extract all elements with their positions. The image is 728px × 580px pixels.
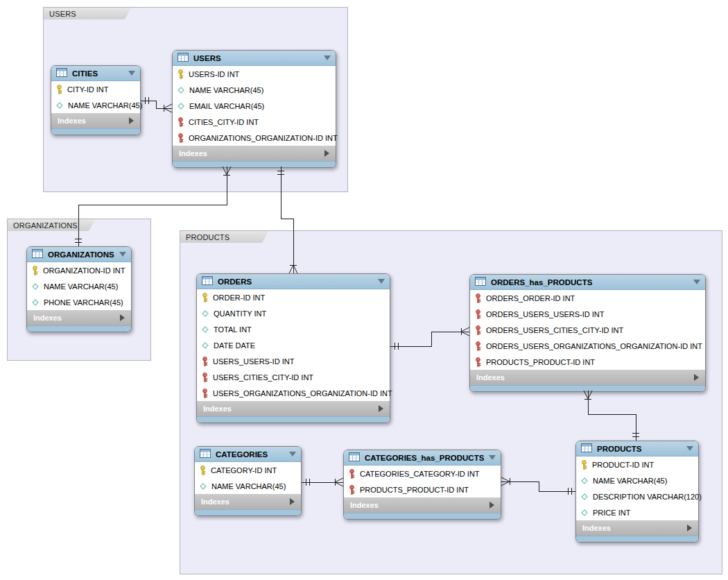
column-label: PRODUCTS_PRODUCT-ID INT [486, 358, 595, 366]
table-icon [32, 248, 43, 261]
column-label: EMAIL VARCHAR(45) [189, 102, 264, 110]
foreign-key-icon [475, 309, 481, 319]
table-icon [202, 275, 213, 288]
indexes-expand-icon[interactable] [324, 150, 329, 157]
group-label: ORGANIZATIONS [13, 221, 78, 230]
indexes-bar-users[interactable]: Indexes [173, 146, 336, 161]
table-orders[interactable]: ORDERSORDER-ID INTQUANTITY INTTOTAL INTD… [196, 273, 390, 423]
column-row-orders_has_products-1: ORDERS_USERS_USERS-ID INT [470, 306, 705, 322]
foreign-key-icon [202, 389, 208, 398]
column-label: DESCRIPTION VARCHAR(120) [593, 493, 702, 501]
column-row-orders-2: TOTAL INT [197, 321, 390, 337]
table-products[interactable]: PRODUCTSPRODUCT-ID INTNAME VARCHAR(45)DE… [575, 441, 699, 543]
column-row-orders-3: DATE DATE [197, 337, 390, 353]
table-header-categories[interactable]: CATEGORIES [195, 447, 301, 462]
table-header-categories_has_products[interactable]: CATEGORIES_has_PRODUCTS [344, 450, 501, 466]
indexes-label: Indexes [582, 524, 611, 532]
indexes-expand-icon[interactable] [290, 498, 295, 505]
collapse-arrow-icon[interactable] [289, 452, 296, 457]
indexes-bar-orders[interactable]: Indexes [197, 401, 390, 416]
collapse-arrow-icon[interactable] [489, 455, 496, 460]
table-header-orders[interactable]: ORDERS [197, 274, 390, 289]
organizations-group-tab[interactable]: ORGANIZATIONS [7, 219, 96, 231]
indexes-expand-icon[interactable] [120, 314, 125, 321]
column-row-users-2: EMAIL VARCHAR(45) [173, 98, 336, 114]
column-label: TOTAL INT [214, 325, 252, 334]
table-title: USERS [193, 54, 319, 62]
column-label: PRICE INT [593, 509, 630, 517]
table-categories_has_products[interactable]: CATEGORIES_has_PRODUCTSCATEGORIES_CATEGO… [343, 450, 501, 520]
table-header-products[interactable]: PRODUCTS [576, 441, 698, 457]
column-row-orders_has_products-4: PRODUCTS_PRODUCT-ID INT [470, 354, 705, 370]
column-row-orders-1: QUANTITY INT [197, 305, 390, 321]
attribute-diamond-icon [202, 310, 209, 317]
column-label: QUANTITY INT [214, 309, 266, 318]
foreign-key-icon [349, 485, 355, 495]
indexes-expand-icon[interactable] [379, 405, 383, 412]
column-row-users-0: USERS-ID INT [173, 66, 336, 82]
table-title: ORGANIZATIONS [48, 250, 114, 259]
table-title: CITIES [72, 69, 123, 78]
table-header-orders_has_products[interactable]: ORDERS_has_PRODUCTS [470, 275, 705, 290]
column-label: NAME VARCHAR(45) [44, 282, 118, 291]
column-label: ORDER-ID INT [213, 293, 265, 302]
column-row-categories-0: CATEGORY-ID INT [195, 462, 301, 478]
table-users[interactable]: USERSUSERS-ID INTNAME VARCHAR(45)EMAIL V… [172, 50, 336, 168]
users-group-tab[interactable]: USERS [43, 7, 132, 19]
eer-diagram-canvas[interactable]: USERSORGANIZATIONSPRODUCTSCITIESCITY-ID … [0, 0, 728, 580]
table-footer-bar [470, 385, 705, 391]
table-header-organizations[interactable]: ORGANIZATIONS [27, 247, 131, 262]
column-label: ORDERS_ORDER-ID INT [486, 294, 575, 302]
column-label: ORGANIZATIONS_ORGANIZATION-ID INT [189, 134, 338, 142]
table-footer-bar [173, 161, 336, 167]
primary-key-icon [177, 69, 184, 79]
collapse-arrow-icon[interactable] [693, 280, 700, 284]
primary-key-icon [32, 266, 38, 275]
table-cities[interactable]: CITIESCITY-ID INTNAME VARCHAR(45)Indexes [51, 65, 141, 135]
column-label: NAME VARCHAR(45) [68, 101, 142, 110]
column-label: ORGANIZATION-ID INT [43, 266, 125, 275]
attribute-diamond-icon [32, 283, 39, 290]
collapse-arrow-icon[interactable] [119, 252, 126, 257]
indexes-bar-orders_has_products[interactable]: Indexes [470, 370, 705, 385]
collapse-arrow-icon[interactable] [324, 56, 331, 60]
foreign-key-icon [475, 357, 481, 367]
collapse-arrow-icon[interactable] [128, 71, 135, 76]
indexes-label: Indexes [33, 314, 62, 322]
indexes-bar-cities[interactable]: Indexes [51, 113, 140, 128]
column-row-products-0: PRODUCT-ID INT [576, 457, 698, 472]
table-header-users[interactable]: USERS [173, 51, 336, 66]
table-icon [200, 448, 211, 461]
indexes-bar-products[interactable]: Indexes [576, 520, 698, 536]
indexes-label: Indexes [179, 149, 207, 157]
table-header-cities[interactable]: CITIES [51, 66, 140, 81]
table-title: PRODUCTS [597, 445, 682, 453]
column-row-users-4: ORGANIZATIONS_ORGANIZATION-ID INT [173, 130, 336, 146]
foreign-key-icon [177, 133, 184, 143]
collapse-arrow-icon[interactable] [686, 446, 693, 451]
group-label: USERS [49, 10, 76, 18]
indexes-expand-icon[interactable] [489, 502, 494, 509]
indexes-bar-categories[interactable]: Indexes [195, 494, 301, 509]
indexes-bar-organizations[interactable]: Indexes [27, 310, 131, 325]
column-row-cities-1: NAME VARCHAR(45) [51, 97, 140, 113]
indexes-expand-icon[interactable] [694, 374, 699, 381]
foreign-key-icon [349, 469, 355, 479]
table-footer-bar [344, 513, 501, 519]
indexes-expand-icon[interactable] [687, 524, 692, 531]
table-categories[interactable]: CATEGORIESCATEGORY-ID INTNAME VARCHAR(45… [194, 446, 302, 516]
primary-key-icon [202, 293, 208, 302]
products-group-tab[interactable]: PRODUCTS [180, 230, 269, 243]
indexes-label: Indexes [476, 373, 505, 382]
indexes-bar-categories_has_products[interactable]: Indexes [344, 497, 501, 513]
attribute-diamond-icon [202, 326, 209, 333]
collapse-arrow-icon[interactable] [378, 279, 385, 284]
table-organizations[interactable]: ORGANIZATIONSORGANIZATION-ID INTNAME VAR… [26, 246, 132, 332]
indexes-expand-icon[interactable] [129, 117, 134, 124]
indexes-label: Indexes [201, 497, 229, 506]
foreign-key-icon [475, 293, 481, 303]
table-footer-bar [195, 509, 301, 515]
table-orders_has_products[interactable]: ORDERS_has_PRODUCTSORDERS_ORDER-ID INTOR… [469, 274, 706, 392]
column-label: NAME VARCHAR(45) [211, 482, 286, 491]
table-title: ORDERS_has_PRODUCTS [491, 278, 688, 287]
